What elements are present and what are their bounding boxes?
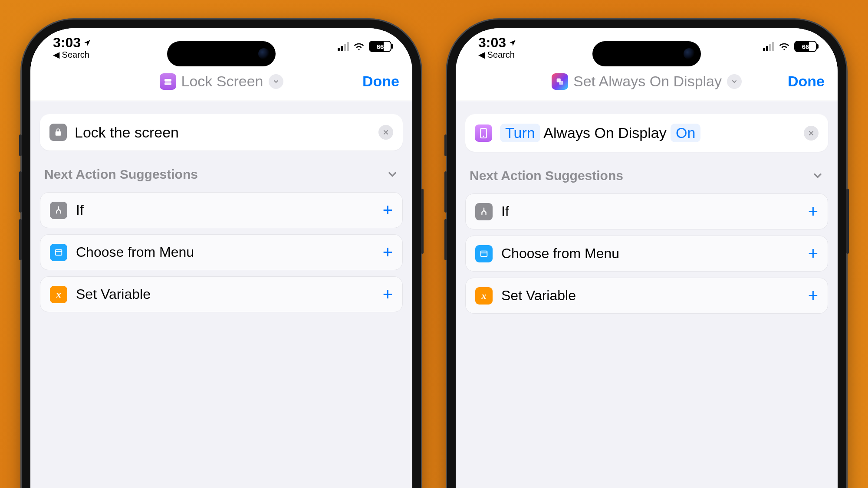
suggestions-list: If + Choose from Menu + x Set Variable + xyxy=(40,192,403,312)
suggestion-label: Choose from Menu xyxy=(76,244,374,260)
menu-icon xyxy=(475,245,493,262)
menu-icon xyxy=(50,244,67,261)
remove-action-button[interactable] xyxy=(378,125,393,140)
lock-icon xyxy=(49,124,67,141)
action-text: Lock the screen xyxy=(75,124,371,141)
suggestions-header[interactable]: Next Action Suggestions xyxy=(465,168,828,183)
status-time-text: 3:03 xyxy=(53,35,81,51)
phone-left: 3:03 ◀ Search 66 Lock Screen xyxy=(22,20,421,488)
battery-icon: 66 xyxy=(369,41,391,52)
svg-rect-5 xyxy=(559,81,563,85)
back-label: Search xyxy=(62,50,89,59)
param-on[interactable]: On xyxy=(671,124,700,142)
suggestion-label: If xyxy=(501,203,799,219)
chevron-down-icon xyxy=(273,78,279,85)
phone-icon xyxy=(475,124,492,142)
phone-screen: 3:03 ◀ Search 66 Lock Screen xyxy=(30,28,412,488)
battery-icon: 66 xyxy=(794,41,817,52)
add-suggestion-button[interactable]: + xyxy=(383,285,393,304)
header-dropdown-button[interactable] xyxy=(727,74,742,89)
action-mid-text: Always On Display xyxy=(543,124,666,141)
suggestion-set-variable[interactable]: x Set Variable + xyxy=(465,278,828,314)
wifi-icon xyxy=(353,42,365,51)
param-turn[interactable]: Turn xyxy=(500,124,540,142)
suggestion-if[interactable]: If + xyxy=(465,193,828,229)
shortcuts-app-icon xyxy=(552,73,568,90)
suggestion-label: If xyxy=(76,202,374,218)
svg-rect-2 xyxy=(56,249,62,255)
suggestion-label: Choose from Menu xyxy=(501,246,799,262)
back-to-search[interactable]: ◀ Search xyxy=(478,49,515,60)
cellular-icon xyxy=(338,42,349,51)
app-header: Set Always On Display Done xyxy=(456,62,838,101)
suggestions-header[interactable]: Next Action Suggestions xyxy=(40,167,403,182)
chevron-down-icon xyxy=(731,78,738,85)
header-dropdown-button[interactable] xyxy=(269,74,283,89)
suggestion-label: Set Variable xyxy=(501,288,799,304)
svg-point-7 xyxy=(483,135,484,137)
wifi-icon xyxy=(779,42,790,51)
suggestions-list: If + Choose from Menu + x Set Variable + xyxy=(465,193,828,314)
volume-up-button[interactable] xyxy=(444,171,447,213)
volume-down-button[interactable] xyxy=(19,219,22,260)
add-suggestion-button[interactable]: + xyxy=(383,242,393,262)
done-button[interactable]: Done xyxy=(781,73,825,90)
branch-icon xyxy=(50,202,67,219)
variable-icon: x xyxy=(50,286,67,303)
battery-text: 66 xyxy=(377,43,384,50)
add-suggestion-button[interactable]: + xyxy=(808,202,818,221)
editor-content: Turn Always On Display On Next Action Su… xyxy=(456,101,838,488)
svg-rect-1 xyxy=(164,82,171,85)
action-card-aod[interactable]: Turn Always On Display On xyxy=(465,114,828,152)
power-button[interactable] xyxy=(421,189,424,254)
back-label: Search xyxy=(487,50,515,59)
svg-rect-8 xyxy=(481,251,487,256)
back-to-search[interactable]: ◀ Search xyxy=(53,49,89,60)
header-title[interactable]: Set Always On Display xyxy=(573,73,722,90)
lock-screen-app-icon xyxy=(160,73,176,90)
header-title[interactable]: Lock Screen xyxy=(181,73,263,90)
add-suggestion-button[interactable]: + xyxy=(383,200,393,220)
volume-up-button[interactable] xyxy=(19,171,22,213)
chevron-down-icon xyxy=(386,168,398,180)
suggestion-choose-menu[interactable]: Choose from Menu + xyxy=(465,236,828,272)
phone-screen: 3:03 ◀ Search 66 Set Always On Display xyxy=(456,28,838,488)
suggestion-choose-menu[interactable]: Choose from Menu + xyxy=(40,234,403,270)
power-button[interactable] xyxy=(846,189,849,254)
dynamic-island[interactable] xyxy=(592,41,701,66)
branch-icon xyxy=(475,203,493,220)
dynamic-island[interactable] xyxy=(167,41,276,66)
battery-text: 66 xyxy=(802,43,809,50)
cellular-icon xyxy=(763,42,774,51)
variable-icon: x xyxy=(475,287,493,305)
location-icon xyxy=(509,39,516,47)
done-button[interactable]: Done xyxy=(356,73,399,90)
status-time-text: 3:03 xyxy=(478,35,506,51)
svg-rect-0 xyxy=(164,79,171,82)
suggestion-if[interactable]: If + xyxy=(40,192,403,228)
phone-right: 3:03 ◀ Search 66 Set Always On Display xyxy=(447,20,846,488)
close-icon xyxy=(383,129,389,135)
suggestions-title: Next Action Suggestions xyxy=(44,167,198,182)
app-header: Lock Screen Done xyxy=(30,62,412,101)
editor-content: Lock the screen Next Action Suggestions … xyxy=(30,101,412,488)
silence-switch[interactable] xyxy=(444,134,447,156)
action-text: Turn Always On Display On xyxy=(500,124,796,142)
action-card-lock[interactable]: Lock the screen xyxy=(40,114,403,151)
suggestions-title: Next Action Suggestions xyxy=(470,168,623,183)
add-suggestion-button[interactable]: + xyxy=(808,286,818,305)
silence-switch[interactable] xyxy=(19,134,22,156)
suggestion-set-variable[interactable]: x Set Variable + xyxy=(40,276,403,312)
remove-action-button[interactable] xyxy=(804,126,819,141)
add-suggestion-button[interactable]: + xyxy=(808,244,818,263)
volume-down-button[interactable] xyxy=(444,219,447,260)
suggestion-label: Set Variable xyxy=(76,286,374,302)
location-icon xyxy=(83,39,91,47)
status-time: 3:03 xyxy=(478,35,516,51)
chevron-down-icon xyxy=(812,170,824,182)
status-time: 3:03 xyxy=(53,35,91,51)
close-icon xyxy=(808,130,814,136)
